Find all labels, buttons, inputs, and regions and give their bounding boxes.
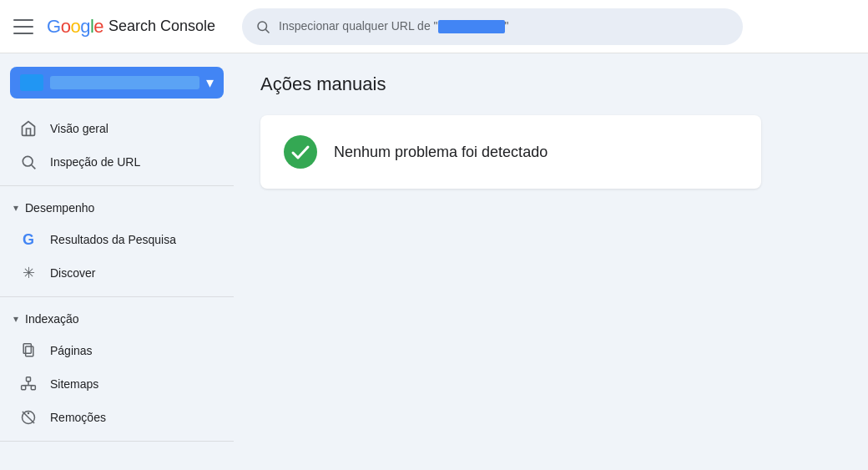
sidebar-item-visao-geral[interactable]: Visão geral <box>0 112 220 145</box>
sidebar: ▾ Visão geral Inspeção de URL <box>0 53 234 470</box>
svg-rect-4 <box>23 344 31 354</box>
url-highlight <box>438 20 505 33</box>
inspect-icon <box>20 154 37 170</box>
svg-line-3 <box>32 165 36 169</box>
sidebar-item-sitemaps[interactable]: Sitemaps <box>0 367 220 401</box>
google-logo: Google <box>47 16 103 38</box>
sidebar-item-remocoes[interactable]: Remoções <box>0 401 220 434</box>
home-icon <box>20 120 37 137</box>
search-icon <box>255 19 270 34</box>
chevron-icon: ▾ <box>13 202 18 214</box>
header: Google Search Console Inspecionar qualqu… <box>0 0 868 53</box>
search-bar[interactable]: Inspecionar qualquer URL de "" <box>242 8 743 45</box>
chevron-icon: ▾ <box>13 313 18 325</box>
sidebar-item-label: Sitemaps <box>50 377 98 391</box>
section-label: Desempenho <box>25 201 94 215</box>
check-circle-icon <box>284 135 317 169</box>
property-dropdown-icon: ▾ <box>206 73 214 92</box>
divider-2 <box>0 296 234 297</box>
svg-rect-5 <box>26 346 33 356</box>
sidebar-item-resultados-pesquisa[interactable]: G Resultados da Pesquisa <box>0 223 220 256</box>
sidebar-item-label: Visão geral <box>50 122 108 135</box>
logo-area: Google Search Console <box>47 16 215 38</box>
property-selector[interactable]: ▾ <box>10 67 224 99</box>
section-indexacao[interactable]: ▾ Indexação <box>0 304 234 334</box>
property-name-text <box>50 76 199 89</box>
svg-point-2 <box>23 156 33 166</box>
pages-icon <box>20 342 37 359</box>
svg-point-14 <box>284 135 317 169</box>
sidebar-item-paginas[interactable]: Páginas <box>0 334 220 367</box>
sidebar-item-label: Inspeção de URL <box>50 155 140 169</box>
sidebar-item-label: Discover <box>50 266 95 280</box>
page-title: Ações manuais <box>260 73 841 95</box>
sidebar-item-label: Páginas <box>50 344 93 357</box>
divider-1 <box>0 185 234 186</box>
main-layout: ▾ Visão geral Inspeção de URL <box>0 53 868 470</box>
section-desempenho[interactable]: ▾ Desempenho <box>0 193 234 223</box>
menu-icon[interactable] <box>13 17 33 37</box>
section-label: Indexação <box>25 312 79 326</box>
svg-rect-7 <box>27 377 31 382</box>
sitemaps-icon <box>20 376 37 392</box>
discover-icon: ✳ <box>20 265 37 281</box>
sidebar-item-label: Remoções <box>50 411 106 424</box>
removals-icon <box>20 409 37 426</box>
search-input-text: Inspecionar qualquer URL de "" <box>279 19 729 33</box>
main-content: Ações manuais Nenhum problema foi detect… <box>234 53 868 470</box>
divider-3 <box>0 441 234 442</box>
app-name: Search Console <box>108 18 215 35</box>
sidebar-item-discover[interactable]: ✳ Discover <box>0 256 220 290</box>
sidebar-item-label: Resultados da Pesquisa <box>50 233 176 246</box>
status-card: Nenhum problema foi detectado <box>260 115 761 189</box>
sidebar-item-inspecao-url[interactable]: Inspeção de URL <box>0 145 220 179</box>
status-message: Nenhum problema foi detectado <box>334 144 548 161</box>
svg-line-1 <box>265 29 269 33</box>
svg-point-0 <box>258 22 267 31</box>
google-g-icon: G <box>20 231 37 248</box>
property-icon <box>20 74 43 91</box>
